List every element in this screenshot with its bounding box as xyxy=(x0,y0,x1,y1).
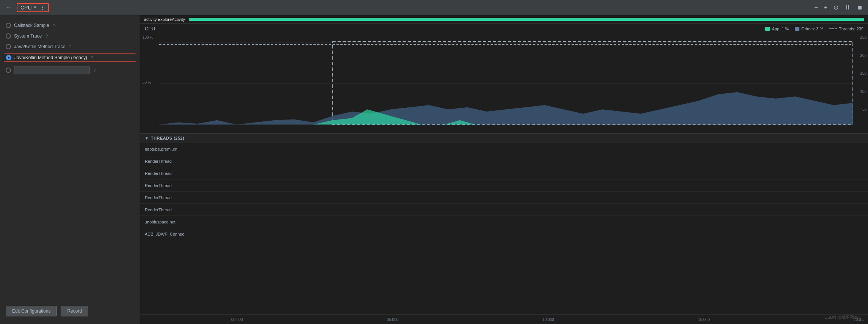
zoom-out-button[interactable]: − xyxy=(813,3,819,13)
cpu-dropdown-label: CPU xyxy=(20,5,32,11)
time-label-0: 00.000 xyxy=(231,318,243,322)
svg-marker-4 xyxy=(159,92,853,124)
y-right-150: 150 xyxy=(854,71,866,75)
option-system-trace[interactable]: System Trace ? xyxy=(6,33,134,39)
option-custom[interactable]: ? xyxy=(6,66,134,74)
table-row[interactable]: .mobiuspace.net xyxy=(140,216,868,228)
y-right-50: 50 xyxy=(854,107,866,112)
main-content: Callstack Sample ? System Trace ? Java/K… xyxy=(0,15,868,324)
bottom-buttons: Edit Configurations Record xyxy=(6,306,134,316)
chart-legend: App: 1 % Others: 3 % Threads: 239 xyxy=(765,27,863,31)
time-label-10: 10.000 xyxy=(542,318,554,322)
cpu-chart-area: CPU App: 1 % Others: 3 % Threads: 239 xyxy=(140,24,868,134)
right-panel: activity.ExploreActivity CPU App: 1 % Ot… xyxy=(140,15,868,324)
table-row[interactable]: RenderThread xyxy=(140,204,868,216)
threads-area[interactable]: ▼ THREADS (252) naptube.premium RenderTh… xyxy=(140,134,868,315)
thread-track[interactable] xyxy=(227,167,868,179)
radio-custom[interactable] xyxy=(6,68,11,73)
radio-callstack[interactable] xyxy=(6,23,11,28)
thread-name: naptube.premium xyxy=(140,147,227,151)
edit-configurations-button[interactable]: Edit Configurations xyxy=(6,306,57,316)
option-java-trace-label: Java/Kotlin Method Trace xyxy=(14,44,65,49)
option-callstack-label: Callstack Sample xyxy=(14,23,49,28)
legend-others-color xyxy=(795,27,799,31)
chart-canvas xyxy=(159,34,853,133)
table-row[interactable]: RenderThread xyxy=(140,192,868,204)
cpu-header: CPU App: 1 % Others: 3 % Threads: 239 xyxy=(140,24,868,34)
legend-threads-label: Threads: 239 xyxy=(839,27,863,31)
legend-app-color xyxy=(765,27,770,31)
radio-java-trace[interactable] xyxy=(6,44,11,49)
zoom-in-button[interactable]: + xyxy=(823,3,829,13)
pause-button[interactable]: ⏸ xyxy=(843,3,852,13)
table-row[interactable]: ADB_JDWP_Connec xyxy=(140,228,868,240)
threads-title: THREADS (252) xyxy=(151,136,184,140)
top-bar-right: − + ⊙ ⏸ ⏹ xyxy=(813,2,864,13)
legend-app-label: App: 1 % xyxy=(772,27,789,31)
table-row[interactable]: RenderThread xyxy=(140,167,868,179)
y-right-250: 250 xyxy=(854,35,866,39)
y-axis-left: 100 % 50 % xyxy=(140,34,159,133)
help-java-trace-icon[interactable]: ? xyxy=(69,44,71,49)
top-bar-left: ← CPU ▼ ⋮ xyxy=(4,3,49,12)
radio-java-sample[interactable] xyxy=(6,55,11,60)
threads-toggle-icon[interactable]: ▼ xyxy=(145,136,149,140)
legend-threads-dash xyxy=(829,28,837,29)
watermark: CSDN @我不勒令v xyxy=(824,315,860,320)
thread-name: RenderThread xyxy=(140,171,227,176)
thread-name: ADB_JDWP_Connec xyxy=(140,232,227,236)
option-java-sample-label: Java/Kotlin Method Sample (legacy) xyxy=(14,55,87,60)
legend-threads: Threads: 239 xyxy=(829,27,863,31)
time-label-5: 05.000 xyxy=(387,318,399,322)
top-bar: ← CPU ▼ ⋮ − + ⊙ ⏸ ⏹ xyxy=(0,0,868,15)
option-callstack[interactable]: Callstack Sample ? xyxy=(6,23,134,28)
thread-name: .mobiuspace.net xyxy=(140,220,227,224)
stop-button[interactable]: ⏹ xyxy=(855,3,864,13)
y-right-100: 100 xyxy=(854,90,866,94)
cpu-chart-title: CPU xyxy=(145,26,155,31)
thread-track[interactable] xyxy=(227,204,868,215)
record-button[interactable]: Record xyxy=(61,306,88,316)
cpu-svg xyxy=(159,34,853,133)
thread-track[interactable] xyxy=(227,179,868,191)
thread-track[interactable] xyxy=(227,155,868,167)
dropdown-arrow-icon: ▼ xyxy=(33,5,37,9)
thread-name: RenderThread xyxy=(140,183,227,188)
y-right-200: 200 xyxy=(854,53,866,58)
table-row[interactable]: RenderThread xyxy=(140,179,868,192)
legend-others: Others: 3 % xyxy=(795,27,823,31)
custom-dropdown[interactable] xyxy=(14,66,90,74)
activity-label: activity.ExploreActivity xyxy=(144,17,185,22)
y-label-50: 50 % xyxy=(143,80,157,85)
thread-track[interactable] xyxy=(227,192,868,203)
legend-app: App: 1 % xyxy=(765,27,789,31)
y-label-100: 100 % xyxy=(143,35,157,39)
option-java-sample[interactable]: Java/Kotlin Method Sample (legacy) ? xyxy=(4,53,136,62)
legend-others-label: Others: 3 % xyxy=(801,27,823,31)
profiling-options: Callstack Sample ? System Trace ? Java/K… xyxy=(6,23,134,298)
time-label-15: 15.000 xyxy=(698,318,710,322)
help-custom-icon[interactable]: ? xyxy=(94,68,96,72)
table-row[interactable]: RenderThread xyxy=(140,155,868,167)
thread-track[interactable] xyxy=(227,216,868,228)
threads-header[interactable]: ▼ THREADS (252) xyxy=(140,134,868,143)
help-java-sample-icon[interactable]: ? xyxy=(91,55,93,60)
table-row[interactable]: naptube.premium xyxy=(140,143,868,155)
thread-track[interactable] xyxy=(227,143,868,155)
left-panel: Callstack Sample ? System Trace ? Java/K… xyxy=(0,15,140,324)
cpu-dropdown[interactable]: CPU ▼ ⋮ xyxy=(17,3,49,12)
settings-button[interactable]: ⊙ xyxy=(832,2,840,13)
activity-bar: activity.ExploreActivity xyxy=(140,15,868,24)
thread-name: RenderThread xyxy=(140,195,227,200)
thread-name: RenderThread xyxy=(140,208,227,212)
radio-system-trace[interactable] xyxy=(6,33,11,39)
thread-name: RenderThread xyxy=(140,159,227,164)
help-system-trace-icon[interactable]: ? xyxy=(45,34,48,38)
back-button[interactable]: ← xyxy=(4,3,14,12)
activity-track xyxy=(189,18,864,21)
chart-body: 100 % 50 % xyxy=(140,34,868,133)
option-java-trace[interactable]: Java/Kotlin Method Trace ? xyxy=(6,44,134,49)
thread-track[interactable] xyxy=(227,228,868,240)
help-callstack-icon[interactable]: ? xyxy=(53,23,55,28)
time-axis: 00.000 05.000 10.000 15.000 20.0... xyxy=(140,315,868,324)
